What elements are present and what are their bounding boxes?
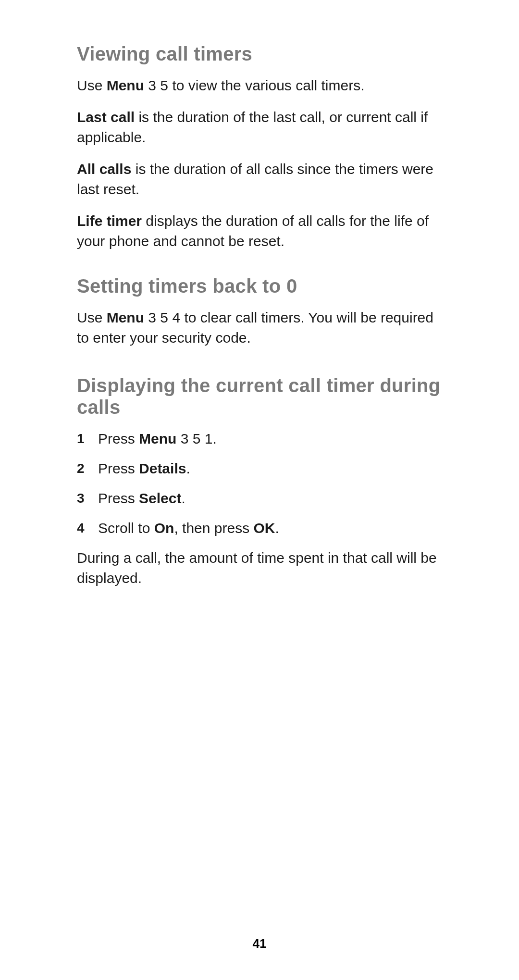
text-bold-menu: Menu xyxy=(107,310,144,325)
step-list: Press Menu 3 5 1. Press Details. Press S… xyxy=(77,429,442,538)
text-fragment: 3 5 1. xyxy=(176,431,216,447)
list-item: Press Menu 3 5 1. xyxy=(77,429,442,449)
text-fragment: . xyxy=(186,460,190,476)
body-text: Use Menu 3 5 4 to clear call timers. You… xyxy=(77,308,442,348)
text-bold-life-timer: Life timer xyxy=(77,213,142,229)
text-fragment: , then press xyxy=(174,520,253,536)
text-bold-all-calls: All calls xyxy=(77,161,131,177)
list-item: Press Select. xyxy=(77,488,442,509)
text-bold-select: Select xyxy=(139,490,181,506)
text-fragment: Press xyxy=(98,431,139,447)
heading-setting-timers: Setting timers back to 0 xyxy=(77,275,442,297)
text-bold-menu: Menu xyxy=(107,77,144,93)
text-fragment: Press xyxy=(98,460,139,476)
text-fragment: Use xyxy=(77,310,107,325)
heading-viewing-call-timers: Viewing call timers xyxy=(77,43,442,65)
heading-displaying-current-timer: Displaying the current call timer during… xyxy=(77,375,442,418)
list-item: Scroll to On, then press OK. xyxy=(77,518,442,538)
body-text: All calls is the duration of all calls s… xyxy=(77,159,442,199)
body-text: Life timer displays the duration of all … xyxy=(77,211,442,251)
page-number: 41 xyxy=(0,936,519,951)
text-bold-details: Details xyxy=(139,460,186,476)
text-fragment: Scroll to xyxy=(98,520,154,536)
body-text: Use Menu 3 5 to view the various call ti… xyxy=(77,75,442,96)
text-fragment: Press xyxy=(98,490,139,506)
text-fragment: Use xyxy=(77,77,107,93)
text-bold-last-call: Last call xyxy=(77,109,135,125)
body-text: During a call, the amount of time spent … xyxy=(77,548,442,588)
text-bold-ok: OK xyxy=(253,520,275,536)
text-fragment: . xyxy=(181,490,185,506)
body-text: Last call is the duration of the last ca… xyxy=(77,107,442,148)
list-item: Press Details. xyxy=(77,459,442,479)
text-fragment: 3 5 to view the various call timers. xyxy=(144,77,365,93)
text-bold-menu: Menu xyxy=(139,431,176,447)
text-fragment: . xyxy=(275,520,279,536)
text-bold-on: On xyxy=(154,520,174,536)
